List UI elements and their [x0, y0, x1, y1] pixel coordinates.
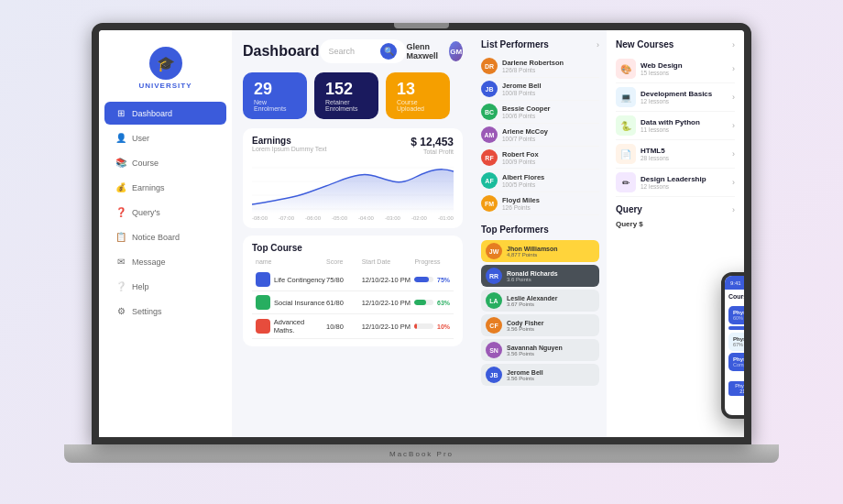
top-performer-avatar-5: JB	[486, 367, 502, 383]
sidebar-item-message[interactable]: ✉ Message	[104, 250, 226, 273]
top-performer-pts-1: 3.6 Points	[507, 277, 558, 282]
new-course-icon-1: 💻	[616, 87, 636, 107]
phone-lecturers-label: Lecturers	[728, 374, 751, 379]
new-course-info-4: Design Leadership 12 lessons	[640, 175, 732, 190]
laptop-wrapper: 🎓 UNIVERSITY ⊞ Dashboard 👤 User 📚 Course	[64, 23, 779, 481]
performer-name-1: Jerome Bell	[502, 82, 585, 90]
performer-name-3: Arlene McCoy	[502, 127, 585, 136]
top-performers-section: Top Performers JW Jhon Williamson 4,877 …	[481, 225, 599, 386]
sidebar: 🎓 UNIVERSITY ⊞ Dashboard 👤 User 📚 Course	[99, 30, 232, 437]
stat-label-course: Course	[397, 99, 439, 105]
list-item: BC Bessie Cooper 100/6 Points	[481, 101, 599, 124]
sidebar-item-earnings[interactable]: 💰 Earnings	[104, 176, 226, 199]
top-performer-avatar-0: JW	[486, 243, 502, 259]
list-performers-title: List Performers	[481, 39, 549, 49]
performer-avatar-5: AF	[481, 172, 498, 189]
col-score: Score	[326, 258, 362, 265]
chart-section: Earnings Lorem Ipsum Dummy Text $ 12,453…	[243, 128, 463, 228]
new-course-name-4: Design Leadership	[640, 175, 732, 183]
list-item: JB Jerome Bell 100/8 Points	[481, 78, 599, 101]
progress-label-2: 10%	[437, 323, 450, 330]
query-icon: ❓	[115, 207, 126, 217]
chart-area	[252, 159, 454, 214]
performer-name-0: Darlene Robertson	[502, 59, 585, 67]
sidebar-item-querys[interactable]: ❓ Query's	[104, 201, 226, 224]
phone-course-card-1: Physics 211 67% - Moderately 👤	[728, 333, 751, 351]
new-course-item-0: 🎨 Web Design 15 lessons ›	[616, 55, 735, 83]
progress-cell-1: 63%	[414, 300, 450, 306]
top-course-title: Top Course	[252, 243, 454, 253]
new-course-lessons-4: 12 lessons	[640, 183, 732, 190]
stat-number-retainer: 152	[325, 80, 367, 99]
new-course-lessons-0: 15 lessons	[640, 70, 732, 76]
progress-bar-0	[414, 277, 433, 282]
chart-label-7: -01:00	[438, 215, 454, 221]
stat-number-enrolments: 29	[254, 80, 296, 99]
performer-sub-4: 100/9 Points	[502, 159, 599, 165]
stat-label-enrolments2: Enrolments	[325, 105, 367, 112]
help-icon: ❔	[115, 281, 126, 291]
user-info: Glenn Maxwell GM	[406, 41, 463, 61]
chart-amount: $ 12,453	[411, 136, 454, 148]
performer-info-6: Floyd Miles 126 Points	[502, 196, 599, 211]
laptop-screen: 🎓 UNIVERSITY ⊞ Dashboard 👤 User 📚 Course	[92, 23, 751, 444]
chevron-right-icon: ›	[597, 40, 599, 49]
performer-name-4: Robert Fox	[502, 150, 585, 159]
course-icon: 📚	[115, 158, 126, 168]
sidebar-label-help: Help	[132, 282, 149, 291]
search-button[interactable]: 🔍	[380, 43, 397, 60]
sidebar-item-user[interactable]: 👤 User	[104, 126, 226, 149]
new-course-item-4: ✏ Design Leadership 12 lessons ›	[616, 169, 735, 197]
sidebar-item-course[interactable]: 📚 Course	[104, 151, 226, 174]
phone-tab-0[interactable]: Physics 211	[728, 381, 751, 396]
performer-avatar-4: RF	[481, 149, 498, 166]
phone-content: Courses + ⊞ Physics 211 60% - Yellow onl…	[725, 290, 751, 400]
progress-label-0: 75%	[437, 277, 450, 283]
laptop-base: MacBook Pro	[64, 444, 779, 463]
chart-label-1: -07:00	[279, 215, 294, 221]
top-performer-name-1: Ronald Richards	[507, 270, 558, 277]
top-performer-info-4: Savannah Nguyen 3.56 Points	[507, 345, 563, 356]
performer-sub-3: 100/7 Points	[502, 136, 599, 142]
performer-info-5: Albert Flores 100/5 Points	[502, 173, 599, 188]
new-course-chevron-3: ›	[732, 149, 735, 159]
top-performer-item-3: CF Cody Fisher 3.56 Points	[481, 314, 599, 336]
performer-avatar-2: BC	[481, 104, 498, 120]
top-performer-name-3: Cody Fisher	[507, 320, 543, 326]
course-name-0: Life Contingency	[274, 276, 325, 284]
sidebar-item-help[interactable]: ❔ Help	[104, 275, 226, 298]
stat-card-course: 13 Course Uploaded	[386, 72, 450, 119]
performer-info-3: Arlene McCoy 100/7 Points	[502, 127, 599, 142]
performer-name-2: Bessie Cooper	[502, 104, 585, 113]
sidebar-item-dashboard[interactable]: ⊞ Dashboard	[104, 102, 226, 125]
phone-course-info-0: Physics 211 60% - Yellow only	[733, 310, 751, 321]
progress-bar-2	[414, 323, 433, 329]
stat-label-new: New	[254, 99, 296, 105]
progress-separator	[728, 326, 751, 330]
chart-label-6: -02:00	[411, 215, 427, 221]
top-performers-header: Top Performers	[481, 225, 599, 235]
course-name-cell-2: Advanced Maths.	[256, 318, 326, 334]
earnings-chart	[252, 159, 454, 214]
new-course-item-3: 📄 HTML5 28 lessons ›	[616, 140, 735, 169]
chart-label-5: -03:00	[385, 215, 400, 221]
new-courses-title: New Courses	[616, 39, 673, 49]
top-performer-name-4: Savannah Nguyen	[507, 345, 563, 351]
phone-time: 9:41	[730, 280, 741, 286]
sidebar-label-earnings: Earnings	[132, 183, 165, 192]
page-title: Dashboard	[243, 43, 320, 60]
course-icon-1	[256, 295, 270, 310]
top-performer-avatar-2: LA	[486, 292, 502, 309]
search-bar[interactable]: Search 🔍	[320, 39, 407, 63]
new-course-lessons-2: 11 lessons	[640, 126, 732, 133]
top-performer-avatar-1: RR	[486, 268, 502, 284]
performer-sub-6: 126 Points	[502, 204, 599, 211]
table-header: name Score Start Date Progress	[252, 258, 454, 265]
chart-labels: -08:00 -07:00 -06:00 -05:00 -04:00 -03:0…	[252, 215, 454, 221]
search-placeholder: Search	[329, 47, 376, 56]
sidebar-item-settings[interactable]: ⚙ Settings	[104, 300, 226, 323]
course-icon-0	[256, 272, 270, 287]
user-name: Glenn Maxwell	[406, 42, 444, 60]
sidebar-item-noticeboard[interactable]: 📋 Notice Board	[104, 225, 226, 248]
new-course-name-1: Development Basics	[640, 90, 732, 98]
